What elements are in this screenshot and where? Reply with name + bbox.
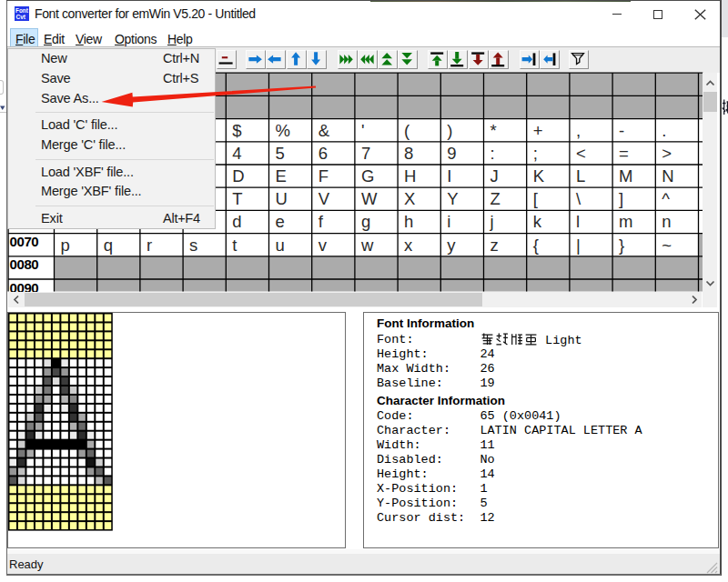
svg-text:4: 4 bbox=[232, 144, 241, 163]
svg-text:U: U bbox=[276, 189, 288, 208]
svg-text:~: ~ bbox=[662, 236, 672, 255]
svg-text:$: $ bbox=[232, 121, 241, 140]
svg-text:.: . bbox=[662, 121, 666, 140]
svg-text:H: H bbox=[404, 166, 416, 186]
svg-text:z: z bbox=[490, 236, 499, 255]
svg-text:F: F bbox=[318, 166, 329, 186]
svg-text:x: x bbox=[404, 236, 413, 255]
svg-text:n: n bbox=[662, 212, 671, 231]
svg-text:6: 6 bbox=[318, 144, 328, 163]
svg-text:]: ] bbox=[619, 189, 623, 208]
svg-text:s: s bbox=[189, 236, 197, 255]
svg-text:e: e bbox=[276, 212, 285, 231]
svg-text:\: \ bbox=[576, 189, 581, 208]
svg-text:G: G bbox=[361, 166, 374, 186]
svg-text:9: 9 bbox=[447, 144, 456, 163]
svg-text:f: f bbox=[318, 212, 324, 231]
svg-text:): ) bbox=[447, 121, 452, 140]
svg-text:M: M bbox=[619, 166, 632, 186]
svg-text:;: ; bbox=[533, 144, 538, 163]
svg-text:0080: 0080 bbox=[10, 256, 39, 272]
svg-text:E: E bbox=[276, 166, 287, 186]
svg-text:u: u bbox=[276, 236, 285, 255]
svg-text:i: i bbox=[447, 212, 450, 231]
svg-text:}: } bbox=[619, 236, 624, 255]
svg-text:l: l bbox=[576, 212, 580, 231]
svg-text:0070: 0070 bbox=[10, 234, 39, 249]
svg-text:D: D bbox=[232, 166, 244, 186]
svg-text:8: 8 bbox=[404, 144, 413, 163]
svg-text:[: [ bbox=[533, 189, 538, 208]
svg-text:j: j bbox=[490, 212, 494, 231]
svg-text:L: L bbox=[576, 166, 585, 186]
svg-text:7: 7 bbox=[361, 144, 370, 163]
svg-text:^: ^ bbox=[662, 189, 670, 208]
svg-text:5: 5 bbox=[276, 144, 285, 163]
svg-text:Y: Y bbox=[447, 189, 458, 208]
svg-text:,: , bbox=[576, 121, 581, 140]
svg-text:v: v bbox=[318, 236, 328, 255]
svg-text:N: N bbox=[662, 166, 673, 186]
svg-text:-: - bbox=[619, 121, 624, 140]
svg-text:+: + bbox=[533, 121, 543, 140]
svg-text:g: g bbox=[361, 212, 370, 231]
svg-text:I: I bbox=[447, 166, 451, 186]
svg-text:X: X bbox=[404, 189, 415, 208]
svg-text:*: * bbox=[490, 121, 497, 140]
svg-text:t: t bbox=[232, 236, 237, 255]
svg-text:q: q bbox=[104, 236, 113, 255]
svg-text:%: % bbox=[276, 121, 290, 140]
svg-text:&: & bbox=[318, 121, 330, 140]
svg-text:W: W bbox=[361, 189, 378, 208]
svg-text:(: ( bbox=[404, 121, 410, 140]
svg-text:<: < bbox=[576, 144, 586, 163]
svg-text:r: r bbox=[147, 236, 152, 255]
svg-text:|: | bbox=[576, 236, 581, 255]
svg-text:y: y bbox=[447, 236, 456, 255]
svg-text:d: d bbox=[232, 212, 241, 231]
svg-text:Font: Font bbox=[15, 7, 29, 14]
svg-text:': ' bbox=[361, 121, 365, 140]
svg-text::: : bbox=[490, 144, 495, 163]
svg-text:h: h bbox=[404, 212, 413, 231]
svg-text:k: k bbox=[533, 212, 542, 231]
svg-text:Z: Z bbox=[490, 189, 500, 208]
svg-text:J: J bbox=[490, 166, 499, 186]
svg-text:{: { bbox=[533, 236, 539, 255]
svg-text:m: m bbox=[619, 212, 632, 231]
svg-text:p: p bbox=[61, 236, 70, 255]
svg-text:w: w bbox=[360, 236, 374, 255]
svg-text:Cvt: Cvt bbox=[16, 14, 26, 20]
svg-text:>: > bbox=[662, 144, 672, 163]
svg-text:V: V bbox=[318, 189, 330, 208]
svg-text:0090: 0090 bbox=[10, 280, 39, 292]
svg-text:K: K bbox=[533, 166, 545, 186]
svg-text:T: T bbox=[232, 189, 242, 208]
svg-text:=: = bbox=[619, 144, 629, 163]
